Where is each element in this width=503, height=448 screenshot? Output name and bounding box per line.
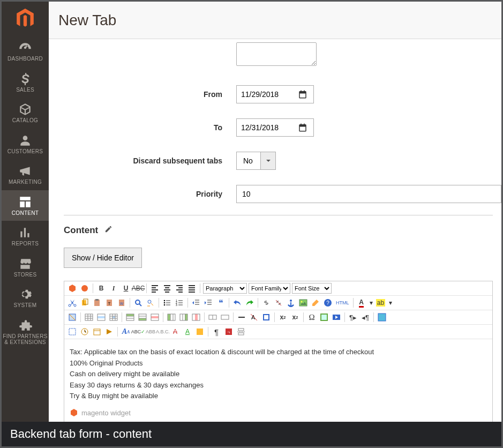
hr-icon[interactable] (236, 312, 247, 323)
to-date-value[interactable] (237, 119, 292, 136)
bold-icon[interactable]: B (96, 283, 107, 294)
redo-icon[interactable] (244, 297, 255, 308)
fullscreen-icon[interactable] (377, 312, 387, 323)
editor-content-area[interactable]: Tax: Applicable tax on the basis of exac… (64, 339, 492, 422)
sidebar-item-sales[interactable]: SALES (2, 67, 49, 98)
undo-icon[interactable] (232, 297, 243, 308)
sidebar-item-stores[interactable]: STORES (2, 252, 49, 283)
link-icon[interactable] (261, 297, 272, 308)
insert-row-before-icon[interactable] (125, 312, 136, 323)
merge-cells-icon[interactable] (220, 312, 230, 323)
align-justify-icon[interactable] (186, 283, 197, 294)
align-right-icon[interactable] (174, 283, 185, 294)
bullet-list-icon[interactable] (162, 297, 172, 308)
insert-row-after-icon[interactable] (137, 312, 148, 323)
cut-icon[interactable] (67, 297, 78, 308)
table-cell-props-icon[interactable] (108, 312, 119, 323)
ltr-icon[interactable]: ¶▸ (348, 312, 358, 323)
discard-select[interactable]: No (236, 152, 276, 170)
insert-layer-icon[interactable] (67, 312, 78, 323)
inserttime-icon[interactable] (79, 326, 90, 337)
sidebar-item-find-partners[interactable]: FIND PARTNERS & EXTENSIONS (2, 313, 49, 350)
visual-aid-icon[interactable] (261, 312, 272, 323)
find-icon[interactable] (133, 297, 144, 308)
paste-icon[interactable] (92, 297, 102, 308)
table-icon[interactable] (84, 312, 94, 323)
widget-placeholder[interactable]: magento widget (70, 408, 487, 419)
from-date-value[interactable] (237, 86, 292, 103)
insert-col-before-icon[interactable] (166, 312, 177, 323)
calendar-icon[interactable] (292, 86, 313, 103)
sidebar-item-content[interactable]: CONTENT (2, 190, 49, 221)
font-family-select[interactable]: Font Family (249, 283, 290, 294)
attribs-icon[interactable] (194, 326, 205, 337)
pencil-icon[interactable] (104, 225, 112, 236)
subscript-icon[interactable]: x2 (277, 312, 288, 323)
priority-input[interactable] (236, 185, 501, 203)
toggle-editor-button[interactable]: Show / Hide Editor (64, 248, 142, 268)
table-row-props-icon[interactable] (96, 312, 107, 323)
magento-logo[interactable] (2, 2, 49, 36)
paste-word-icon[interactable]: W (116, 297, 127, 308)
delete-row-icon[interactable] (149, 312, 160, 323)
cleanup-icon[interactable] (310, 297, 321, 308)
block-format-select[interactable]: Paragraph (203, 283, 247, 294)
insertdate-icon[interactable] (92, 326, 102, 337)
delete-col-icon[interactable] (191, 312, 201, 323)
chevron-down-icon[interactable] (261, 152, 276, 170)
numbered-list-icon[interactable]: 123 (174, 297, 185, 308)
calendar-icon[interactable] (292, 119, 313, 136)
media-icon[interactable] (331, 312, 342, 323)
html-source-icon[interactable]: HTML (335, 297, 350, 308)
font-size-select[interactable]: Font Size (292, 283, 332, 294)
acronym-icon[interactable]: A.B.C. (157, 326, 168, 337)
italic-icon[interactable]: I (108, 283, 119, 294)
align-center-icon[interactable] (162, 283, 172, 294)
help-icon[interactable]: ? (322, 297, 333, 308)
description-textarea[interactable] (236, 42, 317, 66)
to-date-input[interactable] (236, 118, 314, 137)
sidebar-item-system[interactable]: SYSTEM (2, 282, 49, 313)
sidebar-item-catalog[interactable]: CATALOG (2, 98, 49, 129)
paste-text-icon[interactable]: T (104, 297, 115, 308)
chevron-down-icon[interactable]: ▾ (388, 297, 393, 308)
sidebar-item-marketing[interactable]: MARKETING (2, 159, 49, 190)
widget-icon[interactable] (67, 283, 78, 294)
split-cells-icon[interactable] (207, 312, 218, 323)
indent-icon[interactable] (203, 297, 214, 308)
copy-icon[interactable] (79, 297, 90, 308)
outdent-icon[interactable] (191, 297, 201, 308)
spellcheck-icon[interactable]: ABC✓ (133, 326, 144, 337)
blockquote-icon[interactable]: ❝ (215, 297, 226, 308)
rtl-icon[interactable]: ◂¶ (360, 312, 371, 323)
text-color-icon[interactable]: A (356, 297, 367, 308)
styleprops-icon[interactable]: AA (121, 326, 131, 337)
ins-icon[interactable]: A (182, 326, 193, 337)
select-all-icon[interactable] (67, 326, 78, 337)
sidebar-item-reports[interactable]: REPORTS (2, 221, 49, 252)
variable-icon[interactable] (79, 283, 90, 294)
emotions-icon[interactable] (319, 312, 329, 323)
chevron-down-icon[interactable]: ▾ (369, 297, 374, 308)
del-icon[interactable]: A (170, 326, 181, 337)
anchor-icon[interactable] (286, 297, 296, 308)
highlight-color-icon[interactable]: ab (376, 297, 386, 308)
remove-format-icon[interactable]: A (249, 312, 259, 323)
sidebar-item-dashboard[interactable]: DASHBOARD (2, 36, 49, 67)
preview-icon[interactable] (104, 326, 115, 337)
unlink-icon[interactable] (273, 297, 284, 308)
insert-col-after-icon[interactable] (178, 312, 189, 323)
align-left-icon[interactable] (149, 283, 160, 294)
nonbreaking-icon[interactable]: ¬ (223, 326, 234, 337)
from-date-input[interactable] (236, 85, 314, 103)
underline-icon[interactable]: U (121, 283, 131, 294)
sidebar-item-customers[interactable]: CUSTOMERS (2, 129, 49, 160)
cite-icon[interactable]: ABB (145, 326, 156, 337)
replace-icon[interactable] (145, 297, 156, 308)
charmap-icon[interactable]: Ω (306, 312, 317, 323)
visualchars-icon[interactable]: ¶ (211, 326, 222, 337)
image-icon[interactable] (298, 297, 309, 308)
pagebreak-icon[interactable] (236, 326, 246, 337)
superscript-icon[interactable]: x2 (290, 312, 301, 323)
strikethrough-icon[interactable]: ABC (133, 283, 144, 294)
